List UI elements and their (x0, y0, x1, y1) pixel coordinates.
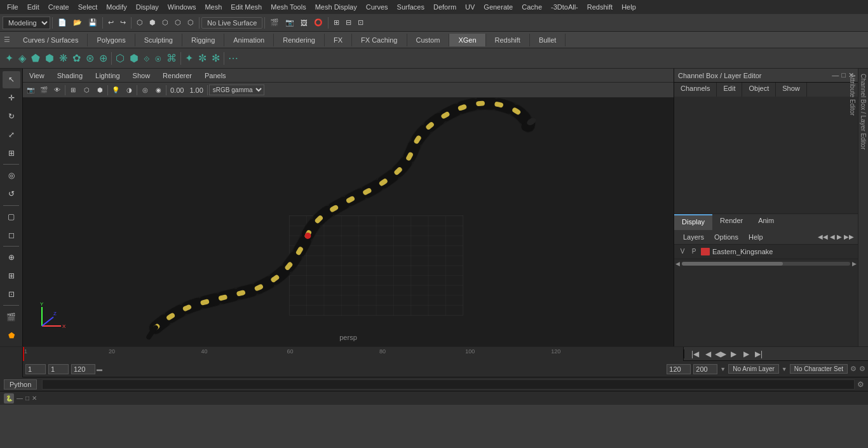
layer-playback[interactable]: P (689, 248, 698, 255)
restore-window-btn[interactable]: □ (25, 395, 29, 402)
viewport-canvas[interactable]: X Y Z persp (23, 98, 674, 346)
current-frame-input[interactable] (25, 364, 46, 374)
tab-fx[interactable]: FX (325, 34, 352, 46)
xgen-icon13[interactable]: ⌘ (164, 50, 179, 66)
layer-color-swatch[interactable] (701, 248, 710, 255)
snap4-tool[interactable]: ⊞ (3, 268, 20, 285)
layout-icon[interactable]: ⊟ (342, 17, 355, 28)
start-frame-input[interactable] (48, 364, 69, 374)
xgen-icon9[interactable]: ⬡ (113, 50, 127, 66)
python-input[interactable] (42, 379, 855, 390)
preferences-icon[interactable]: ⚙ (859, 365, 865, 373)
menu-help[interactable]: Help (617, 2, 641, 12)
save-icon[interactable]: 💾 (85, 17, 100, 28)
channels-tab[interactable]: Channels (674, 83, 717, 97)
xgen-icon17[interactable]: ⋯ (226, 50, 241, 66)
timebar[interactable]: 1 20 40 60 80 100 120 (23, 347, 684, 361)
soft-select-tool[interactable]: ◎ (3, 167, 20, 184)
show-tab[interactable]: Show (776, 83, 807, 97)
tab-custom[interactable]: Custom (407, 34, 450, 46)
scrollbar-thumb[interactable] (682, 262, 783, 266)
snap5-tool[interactable]: ⊡ (3, 286, 20, 303)
play-back-btn[interactable]: ◀▶ (715, 350, 726, 358)
mode-select[interactable]: Modeling (3, 17, 50, 29)
camera-icon[interactable]: 📷 (282, 17, 297, 28)
shading-menu[interactable]: Shading (53, 71, 86, 81)
tab-rigging[interactable]: Rigging (182, 34, 224, 46)
menu-deform[interactable]: Deform (429, 2, 461, 12)
expand-icon[interactable]: ⊡ (355, 17, 367, 28)
anim-arrow-down-icon[interactable]: ▼ (782, 366, 787, 372)
menu-curves[interactable]: Curves (362, 2, 393, 12)
panels-menu[interactable]: Panels (201, 71, 230, 81)
edit-tab[interactable]: Edit (717, 83, 742, 97)
tab-redshift[interactable]: Redshift (486, 34, 530, 46)
step-back-btn[interactable]: ◀ (702, 350, 714, 358)
tab-animation[interactable]: Animation (224, 34, 274, 46)
menu-display[interactable]: Display (132, 2, 163, 12)
xgen-icon15[interactable]: ✼ (196, 50, 209, 66)
tab-bullet[interactable]: Bullet (530, 34, 566, 46)
render3-tool[interactable]: 🎬 (3, 308, 20, 325)
help-tab[interactable]: Help (743, 232, 768, 242)
menu-uv[interactable]: UV (461, 2, 479, 12)
tab-sculpting[interactable]: Sculpting (135, 34, 182, 46)
tab-rendering[interactable]: Rendering (274, 34, 325, 46)
anim-tab[interactable]: Anim (750, 214, 782, 230)
object-tab[interactable]: Object (742, 83, 776, 97)
menu-file[interactable]: File (3, 2, 23, 12)
vt-camera[interactable]: 📷 (24, 84, 37, 97)
xgen-icon16[interactable]: ✻ (209, 50, 222, 66)
scroll-left-icon[interactable]: ◀ (675, 261, 680, 267)
scale-tool[interactable]: ⤢ (3, 126, 20, 143)
frame-end-input[interactable] (71, 364, 95, 374)
menu-edit[interactable]: Edit (23, 2, 44, 12)
xgen-icon11[interactable]: ⟐ (141, 51, 153, 66)
tab-xgen[interactable]: XGen (449, 34, 485, 46)
new-icon[interactable]: 📄 (55, 17, 70, 28)
panel-expand-icon[interactable]: □ (841, 71, 846, 79)
arrow-down-icon[interactable]: ▼ (720, 366, 726, 372)
xgen-icon12[interactable]: ⍟ (153, 51, 164, 66)
total-end-input[interactable] (693, 364, 717, 374)
xgen-icon6[interactable]: ✿ (70, 50, 83, 66)
maya-icon[interactable]: ⬟ (3, 327, 20, 344)
rotate-tool[interactable]: ↻ (3, 108, 20, 125)
attribute-editor-side-label[interactable]: Attribute Editor (848, 69, 857, 346)
vt-smooth[interactable]: ⬢ (93, 84, 106, 97)
xgen-icon3[interactable]: ⬟ (29, 50, 43, 66)
snap2-icon[interactable]: ⬡ (184, 17, 197, 28)
options-tab[interactable]: Options (709, 232, 743, 242)
next-key-btn[interactable]: ▶| (753, 350, 764, 358)
menu-select[interactable]: Select (74, 2, 102, 12)
layers-tab[interactable]: Layers (678, 232, 709, 242)
menu-create[interactable]: Create (44, 2, 74, 12)
close-window-btn[interactable]: ✕ (32, 395, 37, 402)
lasso-icon[interactable]: ⬢ (146, 17, 159, 28)
xgen-icon5[interactable]: ❋ (57, 50, 70, 66)
prev-key-btn[interactable]: |◀ (689, 350, 701, 358)
scrollbar-track[interactable] (682, 262, 850, 266)
time-cursor[interactable] (23, 347, 24, 361)
menu-mesh[interactable]: Mesh (200, 2, 226, 12)
menu-modify[interactable]: Modify (102, 2, 131, 12)
grid-icon[interactable]: ⊞ (330, 17, 342, 28)
layers-prev2-icon[interactable]: ◀ (830, 233, 835, 240)
renderer-menu[interactable]: Renderer (159, 71, 196, 81)
render-icon[interactable]: 🎬 (267, 17, 282, 28)
menu-3dtoa[interactable]: -3DtoAll- (546, 2, 583, 12)
select-tool[interactable]: ↖ (3, 71, 20, 88)
tab-curves-surfaces[interactable]: Curves / Surfaces (14, 34, 88, 46)
transform-tool[interactable]: ⊞ (3, 144, 20, 161)
menu-edit-mesh[interactable]: Edit Mesh (226, 2, 266, 12)
show-menu[interactable]: Show (129, 71, 154, 81)
xgen-icon1[interactable]: ✦ (3, 50, 16, 66)
vt-shadow[interactable]: ◑ (123, 84, 135, 97)
redo-icon[interactable]: ↪ (117, 17, 129, 28)
xgen-icon10[interactable]: ⬢ (127, 50, 141, 66)
xgen-icon8[interactable]: ⊕ (97, 50, 110, 66)
display-tab[interactable]: Display (674, 214, 712, 230)
select-icon[interactable]: ⬡ (133, 17, 146, 28)
render2-icon[interactable]: 🖼 (297, 18, 311, 28)
python-tab[interactable]: Python (4, 379, 37, 390)
